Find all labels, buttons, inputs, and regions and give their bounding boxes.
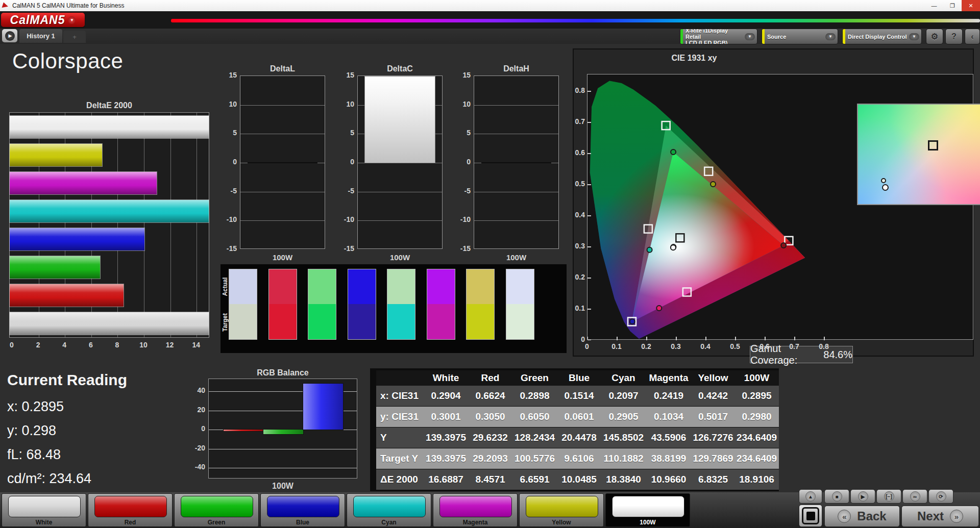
help-button[interactable]: ? [945, 29, 963, 44]
step-button[interactable]: [−] [876, 489, 901, 504]
display-control-dropdown[interactable]: Direct Display Control ▼ [842, 29, 922, 44]
gridline [240, 76, 325, 77]
gridline [474, 105, 558, 106]
swatch-target-magenta [427, 304, 455, 340]
pattern-button-cyan[interactable]: Cyan [347, 493, 431, 527]
pattern-button-white[interactable]: White [2, 493, 86, 527]
swatch-column-magenta: Magenta [427, 269, 455, 340]
logo-text: CalMAN5 [10, 13, 65, 27]
maximize-button[interactable]: ❐ [943, 0, 962, 11]
gridline [474, 134, 558, 134]
gridline [144, 113, 144, 337]
pattern-button-red[interactable]: Red [88, 493, 173, 527]
gridline [240, 105, 325, 106]
cie-x-tick-label: 0 [577, 342, 597, 350]
pattern-button-label: Yellow [520, 519, 603, 526]
swatch-actual-cyan [387, 269, 415, 304]
minimize-button[interactable]: — [925, 0, 943, 11]
play-button[interactable]: ▶ [850, 489, 875, 504]
gridline [209, 449, 357, 449]
settings-button[interactable]: ⚙ [926, 29, 943, 44]
delta-tick-label: -5 [452, 187, 471, 195]
swatch-column-green: Green [308, 269, 336, 340]
table-header-cell [376, 370, 424, 386]
pattern-bottom-bar: WhiteRedGreenBlueCyanMagentaYellow100W ▲… [0, 492, 980, 528]
table-header-cell: White [424, 370, 468, 386]
delta-tick-label: 5 [218, 129, 237, 137]
delta-tick-label: 5 [452, 129, 471, 137]
table-header-cell: Red [468, 370, 512, 386]
gridline [209, 468, 357, 468]
collapse-panel-button[interactable]: ‹ [965, 29, 980, 44]
calman-logo-menu[interactable]: CalMAN5 ▼ [1, 13, 85, 27]
gridline [240, 192, 325, 192]
delta-tick-label: 10 [336, 100, 354, 108]
cie-x-tick-label: 0.6 [754, 342, 775, 350]
close-button[interactable]: ✕ [962, 0, 980, 11]
deltae-bar-blue [10, 228, 144, 250]
pattern-button-magenta[interactable]: Magenta [433, 493, 518, 527]
deltae-tick-label: 14 [191, 341, 201, 349]
toolbar: ▶ History 1 + X-Rite i1Display Retail LC… [0, 29, 980, 44]
pattern-color-patch [8, 496, 81, 517]
delta-tick-label: 5 [336, 129, 354, 137]
inset-target-square-icon [928, 140, 938, 150]
table-header-cell: Cyan [601, 370, 646, 386]
pattern-button-blue[interactable]: Blue [260, 493, 345, 527]
add-tab-button[interactable]: + [63, 31, 86, 43]
table-cell: 0.2905 [601, 407, 646, 427]
table-cell: 43.5906 [646, 428, 692, 448]
rgb-tick-label: 0 [187, 424, 205, 433]
tab-history-1[interactable]: History 1 [19, 29, 62, 43]
table-cell: 0.3001 [424, 407, 468, 427]
pattern-button-label: 100W [606, 519, 690, 526]
window-title: CalMAN 5 CalMAN Ultimate for Business [12, 2, 124, 9]
table-header-cell: Green [512, 370, 557, 386]
gridline [358, 192, 442, 192]
swatch-actual-blue [348, 269, 376, 304]
deltae-chart-plot [9, 112, 209, 338]
pattern-button-green[interactable]: Green [174, 493, 259, 527]
pattern-window-button[interactable] [799, 505, 822, 527]
meter-dropdown[interactable]: X-Rite i1Display Retail LCD (LED RGB) ▼ [680, 29, 757, 44]
next-button-label: Next [917, 509, 944, 523]
deltaH-x-label: 100W [474, 253, 559, 262]
cie-y-tick-label: 0.3 [568, 242, 585, 250]
delta-tick-label: -15 [336, 244, 354, 253]
app-icon [3, 3, 9, 9]
title-bar: CalMAN 5 CalMAN Ultimate for Business — … [0, 0, 980, 11]
table-cell: 129.7869 [692, 448, 734, 469]
table-cell: 0.2419 [646, 386, 692, 406]
table-cell: 8.4571 [468, 469, 512, 490]
swatch-actual-yellow [466, 269, 495, 304]
gridline [240, 134, 325, 134]
swatch-target-yellow [466, 304, 495, 340]
pattern-button-yellow[interactable]: Yellow [519, 493, 604, 527]
deltae-bar-red [10, 284, 124, 307]
table-header-cell: Magenta [646, 370, 692, 386]
next-button[interactable]: Next » [901, 506, 979, 527]
refresh-button[interactable]: ⟳ [928, 489, 953, 504]
pattern-button-100w[interactable]: 100W [605, 493, 690, 527]
back-button[interactable]: « Back [824, 506, 900, 527]
rgb-bar-green [263, 430, 303, 434]
loop-button[interactable]: ∞ [902, 489, 927, 504]
table-cell: 29.6232 [468, 428, 512, 448]
cie-y-tick-label: 0.6 [568, 148, 585, 157]
deltae-bar-green [10, 256, 100, 279]
source-dropdown[interactable]: Source ▼ [762, 29, 838, 44]
pattern-color-patch [267, 496, 339, 517]
panel-expand-button[interactable]: ▲ [799, 489, 822, 504]
table-cell: 0.2895 [734, 386, 779, 406]
cie-y-tick-label: 0.8 [568, 86, 585, 94]
table-cell: 20.4478 [557, 428, 601, 448]
deltaH-zero-bar [481, 162, 551, 163]
deltac-chart-title: DeltaC [357, 64, 443, 73]
layout-nav-button[interactable]: ▶ [2, 29, 17, 42]
table-cell: 0.0601 [557, 407, 601, 427]
pattern-button-label: Magenta [433, 519, 517, 526]
cie-1931-panel: CIE 1931 xy [573, 48, 974, 357]
stop-button[interactable]: ■ [824, 489, 849, 504]
cie-chart-plot: Gamut Coverage: 84.6% [587, 74, 973, 340]
gridline [474, 76, 558, 77]
